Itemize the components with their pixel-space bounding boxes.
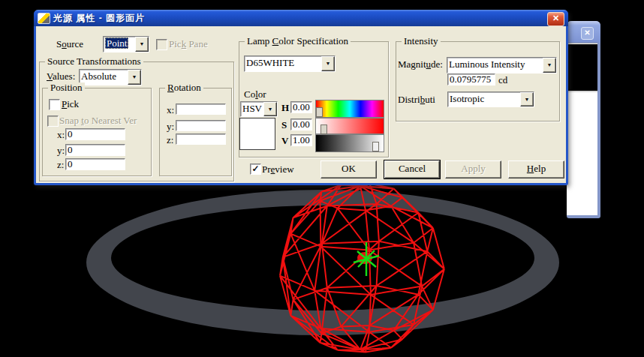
source-transformations-label: Source Transformations [45, 56, 143, 67]
rotation-z-input[interactable] [176, 134, 226, 145]
pick-pane-checkbox[interactable] [156, 39, 167, 50]
pick-pane-label: Pick Pane [169, 39, 215, 50]
position-x-input[interactable] [65, 128, 125, 140]
help-button[interactable]: Help [508, 160, 564, 178]
source-combobox[interactable]: Point ▼ [103, 36, 149, 52]
preview-label: Preview [262, 164, 296, 175]
value-slider-thumb[interactable] [372, 142, 379, 152]
position-y-label: y: [57, 146, 65, 156]
position-x-label: x: [57, 130, 65, 140]
close-icon: ✕ [552, 14, 559, 22]
value-input[interactable] [290, 134, 312, 146]
snap-checkbox[interactable] [47, 116, 59, 127]
hue-label: H [281, 103, 289, 113]
value-label: V [281, 136, 288, 146]
dropdown-arrow-icon[interactable]: ▼ [128, 70, 141, 85]
apply-button[interactable]: Apply [445, 160, 501, 178]
hue-slider[interactable] [315, 100, 384, 118]
rotation-group: Rotation [159, 88, 232, 176]
values-combobox-value: Absolute [80, 70, 128, 85]
color-model-combobox[interactable]: HSV ▼ [240, 101, 278, 117]
rotation-y-label: y: [167, 122, 174, 132]
pick-checkbox[interactable] [49, 99, 60, 110]
rotation-x-input[interactable] [176, 104, 226, 115]
light-position-marker [354, 242, 379, 276]
dialog-title: 光源 属性 - 圆形面片 [53, 12, 145, 25]
distribution-label: Distributi [398, 94, 435, 105]
background-window-content [567, 43, 597, 215]
magnitude-label: Magnitude: [398, 59, 443, 70]
dropdown-arrow-icon[interactable]: ▼ [543, 58, 556, 73]
hue-slider-thumb[interactable] [316, 107, 323, 117]
preview-checkbox[interactable]: ✓ [250, 164, 261, 175]
rotation-y-input[interactable] [176, 120, 226, 131]
values-combobox[interactable]: Absolute ▼ [79, 69, 142, 86]
hue-input[interactable] [290, 101, 312, 113]
values-label: Values: [47, 71, 75, 82]
color-label: Color [244, 89, 266, 100]
background-window[interactable]: ✕ [567, 21, 600, 218]
ok-button[interactable]: OK [320, 160, 377, 178]
light-source-icon [38, 13, 50, 24]
saturation-label: S [281, 120, 287, 130]
position-z-label: z: [57, 160, 64, 170]
saturation-slider-thumb[interactable] [320, 124, 327, 134]
distribution-combobox[interactable]: Isotropic ▼ [447, 92, 534, 107]
lamp-preset-value: D65WHITE [245, 56, 321, 71]
dropdown-arrow-icon[interactable]: ▼ [321, 56, 335, 71]
magnitude-value-input[interactable] [447, 74, 495, 86]
dialog-body: Source Point ▼ Pick Pane Source Transfor… [36, 26, 566, 183]
distribution-value: Isotropic [448, 92, 520, 106]
saturation-input[interactable] [290, 118, 312, 130]
position-label: Position [48, 82, 85, 93]
magnitude-type-value: Luminous Intensity [447, 58, 543, 73]
source-label: Source [56, 39, 83, 50]
lamp-color-label: Lamp Color Specification [245, 36, 351, 46]
color-swatch[interactable] [239, 118, 275, 150]
dialog-titlebar[interactable]: 光源 属性 - 圆形面片 ✕ [34, 10, 568, 26]
light-properties-dialog[interactable]: 光源 属性 - 圆形面片 ✕ Source Point ▼ Pick Pane … [34, 10, 568, 185]
background-black-panel [567, 44, 597, 92]
dropdown-arrow-icon[interactable]: ▼ [263, 102, 277, 116]
dropdown-arrow-icon[interactable]: ▼ [520, 92, 534, 106]
dropdown-arrow-icon[interactable]: ▼ [135, 37, 149, 52]
rotation-z-label: z: [167, 135, 173, 146]
pick-label: Pick [62, 99, 79, 110]
rotation-label: Rotation [165, 82, 203, 93]
close-button[interactable]: ✕ [547, 12, 564, 26]
source-combobox-value: Point [104, 37, 135, 52]
cancel-button[interactable]: Cancel [384, 160, 440, 178]
magnitude-type-combobox[interactable]: Luminous Intensity ▼ [447, 57, 557, 74]
color-model-value: HSV [241, 102, 263, 116]
position-y-input[interactable] [65, 144, 125, 156]
lamp-preset-combobox[interactable]: D65WHITE ▼ [244, 56, 336, 72]
check-icon: ✓ [251, 164, 260, 173]
magnitude-unit-label: cd [498, 75, 507, 86]
position-z-input[interactable] [65, 158, 125, 170]
rotation-x-label: x: [167, 105, 174, 116]
background-close-icon[interactable]: ✕ [581, 27, 594, 40]
intensity-label: Intensity [402, 36, 441, 46]
snap-label: Snap to Nearest Ver [59, 116, 147, 126]
